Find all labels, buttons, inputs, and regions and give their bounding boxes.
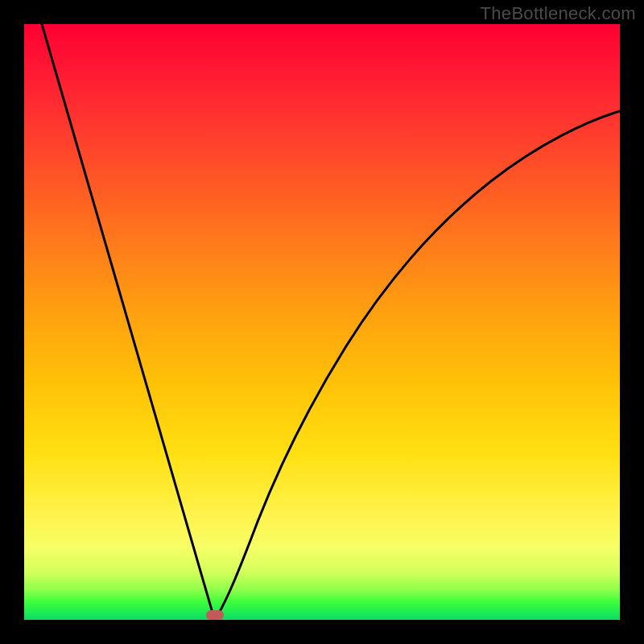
watermark-label: TheBottleneck.com — [481, 3, 636, 24]
optimal-point-marker — [206, 610, 224, 620]
plot-area — [24, 24, 620, 620]
chart-container: TheBottleneck.com — [0, 0, 644, 644]
bottleneck-curve — [24, 24, 620, 620]
curve-left-branch — [42, 24, 214, 618]
curve-right-branch — [216, 111, 620, 618]
